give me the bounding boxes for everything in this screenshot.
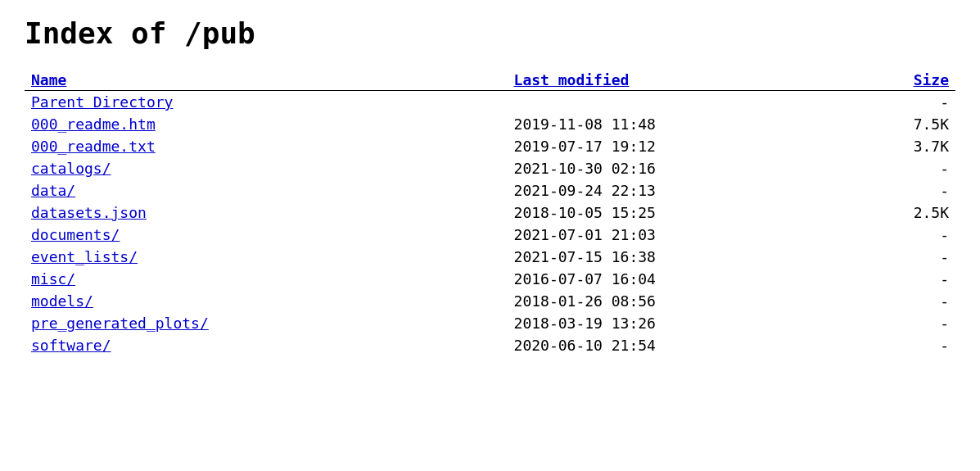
table-row: pre_generated_plots/2018-03-19 13:26- xyxy=(25,312,955,334)
size-cell: - xyxy=(852,179,955,202)
file-link[interactable]: models/ xyxy=(31,292,93,310)
file-link[interactable]: software/ xyxy=(31,337,111,354)
size-cell: 7.5K xyxy=(852,113,955,135)
table-row: data/2021-09-24 22:13- xyxy=(25,179,955,202)
size-cell: - xyxy=(852,224,955,246)
name-column-header[interactable]: Name xyxy=(31,71,66,88)
table-row: 000_readme.htm2019-11-08 11:487.5K xyxy=(25,113,955,135)
file-link[interactable]: pre_generated_plots/ xyxy=(31,315,209,332)
size-cell: - xyxy=(852,334,955,356)
last-modified-cell: 2021-10-30 02:16 xyxy=(508,157,852,179)
file-link[interactable]: catalogs/ xyxy=(31,160,111,177)
table-row: misc/2016-07-07 16:04- xyxy=(25,268,955,290)
last-modified-cell: 2018-10-05 15:25 xyxy=(508,202,852,224)
last-modified-cell: 2019-11-08 11:48 xyxy=(508,113,852,135)
size-column-header[interactable]: Size xyxy=(914,71,949,88)
size-cell: 2.5K xyxy=(852,202,955,224)
last-modified-cell: 2020-06-10 21:54 xyxy=(508,334,852,356)
file-link[interactable]: event_lists/ xyxy=(31,248,138,265)
table-row: event_lists/2021-07-15 16:38- xyxy=(25,246,955,268)
directory-listing-table: Name Last modified Size Parent Directory… xyxy=(25,70,955,356)
table-row: 000_readme.txt2019-07-17 19:123.7K xyxy=(25,135,955,157)
table-row: Parent Directory- xyxy=(25,91,955,114)
last-modified-cell: 2021-09-24 22:13 xyxy=(508,179,852,202)
last-modified-column-header[interactable]: Last modified xyxy=(514,71,630,88)
size-cell: 3.7K xyxy=(852,135,955,157)
last-modified-cell xyxy=(508,91,852,114)
size-cell: - xyxy=(852,312,955,334)
last-modified-cell: 2016-07-07 16:04 xyxy=(508,268,852,290)
file-link[interactable]: documents/ xyxy=(31,226,120,243)
table-row: datasets.json2018-10-05 15:252.5K xyxy=(25,202,955,224)
last-modified-cell: 2018-03-19 13:26 xyxy=(508,312,852,334)
size-cell: - xyxy=(852,290,955,312)
last-modified-cell: 2018-01-26 08:56 xyxy=(508,290,852,312)
file-link[interactable]: 000_readme.txt xyxy=(31,138,156,155)
file-link[interactable]: datasets.json xyxy=(31,204,147,221)
size-cell: - xyxy=(852,268,955,290)
file-link[interactable]: data/ xyxy=(31,182,75,199)
size-cell: - xyxy=(852,246,955,268)
size-cell: - xyxy=(852,157,955,179)
table-row: software/2020-06-10 21:54- xyxy=(25,334,955,356)
file-link[interactable]: 000_readme.htm xyxy=(31,115,156,133)
table-row: models/2018-01-26 08:56- xyxy=(25,290,955,312)
table-row: catalogs/2021-10-30 02:16- xyxy=(25,157,955,179)
page-title: Index of /pub xyxy=(25,16,955,50)
file-link[interactable]: misc/ xyxy=(31,270,75,288)
size-cell: - xyxy=(852,91,955,114)
file-link[interactable]: Parent Directory xyxy=(31,93,173,111)
last-modified-cell: 2021-07-15 16:38 xyxy=(508,246,852,268)
last-modified-cell: 2019-07-17 19:12 xyxy=(508,135,852,157)
last-modified-cell: 2021-07-01 21:03 xyxy=(508,224,852,246)
table-row: documents/2021-07-01 21:03- xyxy=(25,224,955,246)
